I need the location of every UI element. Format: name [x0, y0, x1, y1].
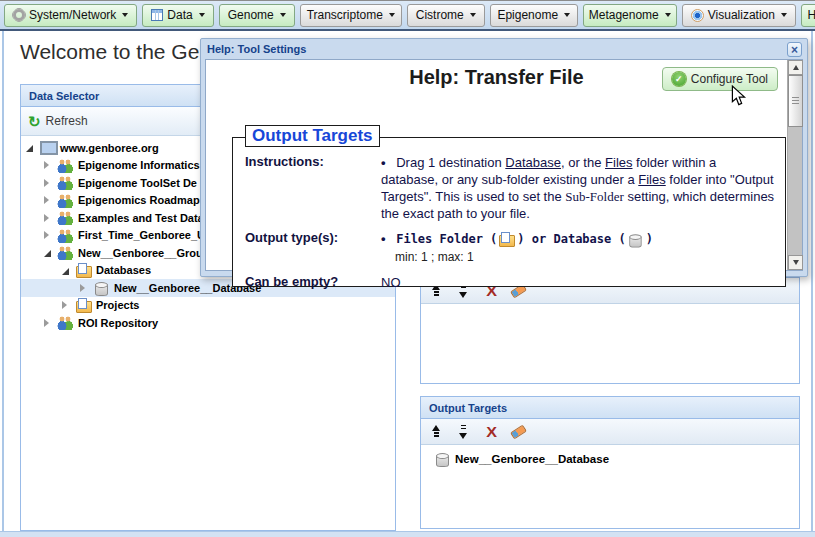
tree-item-label: www.genboree.org	[60, 142, 159, 154]
expander-expanded-icon[interactable]	[26, 142, 38, 154]
files-folder-icon	[498, 232, 513, 246]
text-segment: )	[646, 232, 653, 246]
dialog-titlebar[interactable]: Help: Tool Settings	[201, 39, 807, 59]
chevron-down-icon	[564, 13, 570, 17]
underlined-term: Files	[638, 172, 665, 187]
menu-label: Metagenome	[589, 8, 659, 22]
move-up-button[interactable]	[430, 424, 445, 440]
expander-collapsed-icon[interactable]	[44, 194, 56, 206]
tree-item-label: Epigenomics Roadmap	[78, 194, 200, 206]
remove-button[interactable]: X	[484, 424, 499, 440]
output-type-label: Output type(s):	[245, 230, 381, 266]
group-icon	[57, 158, 74, 173]
menu-system-network[interactable]: System/Network	[4, 4, 137, 27]
list-item-label: New__Genboree__Database	[455, 453, 609, 465]
group-icon	[57, 193, 74, 208]
expander-collapsed-icon[interactable]	[44, 177, 56, 189]
page-right-border	[811, 31, 813, 537]
text-segment: ) or Database (	[517, 232, 625, 246]
section-rows: Instructions: Drag 1 destination Databas…	[233, 138, 785, 291]
can-be-empty-row: Can be empty? NO	[245, 274, 777, 291]
menu-label: Help	[808, 8, 815, 22]
scroll-down-button[interactable]	[788, 255, 803, 270]
group-icon	[57, 245, 74, 260]
group-icon	[57, 228, 74, 243]
refresh-button[interactable]: Refresh	[46, 114, 88, 128]
tree-item-label: Projects	[96, 299, 139, 311]
output-targets-toolbar: X	[421, 419, 799, 445]
can-be-empty-label: Can be empty?	[245, 274, 381, 291]
underlined-term: Database	[505, 155, 561, 170]
tree-item-label: First_Time_Genboree_U	[78, 229, 205, 241]
database-icon	[627, 232, 641, 245]
group-icon	[57, 315, 74, 330]
expander-collapsed-icon[interactable]	[80, 282, 92, 294]
menu-transcriptome[interactable]: Transcriptome	[300, 4, 402, 27]
output-targets-panel: Output Targets X New__Genboree__Database	[420, 396, 800, 529]
tree-item-projects[interactable]: Projects	[21, 297, 395, 315]
expander-expanded-icon[interactable]	[44, 247, 56, 259]
input-data-list[interactable]	[421, 304, 799, 385]
chevron-down-icon	[280, 13, 286, 17]
output-targets-header: Output Targets	[421, 397, 799, 419]
close-icon: ×	[791, 44, 798, 56]
folder-icon	[75, 298, 92, 313]
text-segment: , or the	[561, 155, 605, 170]
page-title: Welcome to the Ge	[20, 40, 199, 64]
text-segment: Drag 1 destination	[396, 155, 505, 170]
configure-tool-label: Configure Tool	[691, 72, 768, 86]
close-button[interactable]: ×	[787, 42, 802, 57]
triangle-up-icon	[793, 65, 799, 70]
scrollbar-thumb[interactable]	[788, 75, 803, 127]
tree-item-label: Databases	[96, 264, 151, 276]
menu-label: Visualization	[708, 8, 775, 22]
menu-data[interactable]: Data	[142, 4, 213, 27]
menu-label: Genome	[228, 8, 274, 22]
mouse-cursor	[731, 85, 747, 111]
menu-label: Epigenome	[497, 8, 558, 22]
underlined-term: Files	[605, 155, 632, 170]
menu-genome[interactable]: Genome	[219, 4, 295, 27]
instructions-text: Drag 1 destination Database, or the File…	[381, 154, 777, 222]
menu-visualization[interactable]: Visualization	[682, 4, 796, 27]
folder-icon	[75, 263, 92, 278]
minmax-text: min: 1 ; max: 1	[395, 249, 777, 266]
expander-collapsed-icon[interactable]	[44, 159, 56, 171]
menu-label: Cistrome	[416, 8, 464, 22]
dialog-scrollbar[interactable]	[787, 60, 802, 270]
scroll-up-button[interactable]	[788, 60, 803, 75]
menu-help[interactable]: Help	[801, 4, 815, 27]
panel-title: Output Targets	[429, 402, 507, 414]
group-icon	[57, 210, 74, 225]
output-targets-list: New__Genboree__Database	[421, 445, 799, 466]
expander-collapsed-icon[interactable]	[44, 317, 56, 329]
list-item[interactable]: New__Genboree__Database	[421, 445, 799, 466]
output-type-text: Files Folder () or Database () min: 1 ; …	[381, 230, 777, 266]
menu-metagenome[interactable]: Metagenome	[583, 4, 677, 27]
expander-collapsed-icon[interactable]	[62, 299, 74, 311]
configure-tool-button[interactable]: ✓ Configure Tool	[662, 67, 778, 91]
eraser-icon	[510, 424, 527, 439]
tree-item-roi-repository[interactable]: ROI Repository	[21, 314, 395, 332]
menu-label: Transcriptome	[307, 8, 383, 22]
chevron-down-icon	[199, 13, 205, 17]
menu-epigenome[interactable]: Epigenome	[490, 4, 578, 27]
move-down-button[interactable]	[457, 424, 472, 440]
tree-item-label: Epigenome ToolSet De	[78, 177, 197, 189]
main-menubar: System/Network Data Genome Transcriptome…	[0, 0, 815, 31]
chevron-down-icon	[389, 13, 395, 17]
dialog-title: Help: Tool Settings	[207, 43, 306, 55]
computer-icon	[39, 140, 56, 155]
refresh-icon: ↻	[28, 114, 41, 129]
menu-cistrome[interactable]: Cistrome	[407, 4, 485, 27]
clear-button[interactable]	[511, 424, 526, 440]
expander-collapsed-icon[interactable]	[44, 212, 56, 224]
expander-expanded-icon[interactable]	[62, 264, 74, 276]
expander-collapsed-icon[interactable]	[44, 229, 56, 241]
check-circle-icon: ✓	[672, 72, 686, 86]
section-legend: Output Targets	[245, 125, 380, 147]
output-targets-help-section: Output Targets Instructions: Drag 1 dest…	[232, 137, 786, 287]
menu-label: Data	[167, 8, 192, 22]
chevron-down-icon	[122, 13, 128, 17]
eye-icon	[691, 9, 704, 22]
